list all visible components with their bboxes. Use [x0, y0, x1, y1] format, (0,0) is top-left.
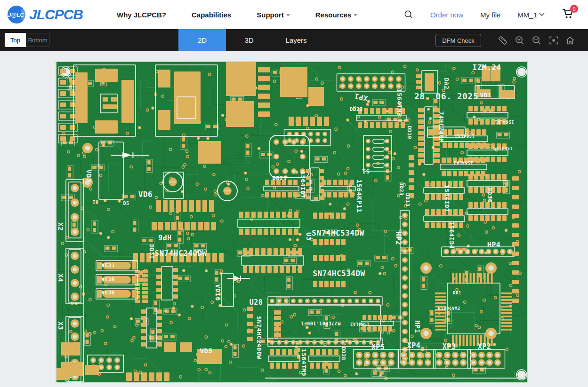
- svg-text:SN74HC240DW: SN74HC240DW: [256, 316, 263, 359]
- svg-text:XP5: XP5: [371, 343, 385, 351]
- svg-text:1564TM9: 1564TM9: [396, 89, 403, 116]
- viewer-toolbar: Top Bottom 2D 3D Layers DFM Check: [0, 29, 588, 51]
- svg-text:1564ID4: 1564ID4: [448, 221, 455, 249]
- svg-text:X4: X4: [57, 274, 64, 282]
- chevron-down-icon: [354, 14, 357, 16]
- svg-text:SN74HC240DW: SN74HC240DW: [154, 249, 207, 258]
- svg-text:1564TV9: 1564TV9: [493, 146, 512, 150]
- svg-text:1564KP11: 1564KP11: [355, 179, 363, 213]
- my-file-link[interactable]: My file: [480, 11, 500, 19]
- site-header: J@LC JLCPCB Why JLCPCB? Capabilities Sup…: [0, 0, 588, 29]
- svg-text:DD1: DD1: [453, 291, 461, 295]
- svg-text:XP3: XP3: [443, 342, 456, 351]
- svg-text:IH: IH: [92, 200, 98, 205]
- home-icon[interactable]: [565, 35, 575, 46]
- dfm-check-button[interactable]: DFM Check: [435, 34, 481, 47]
- tab-layers[interactable]: Layers: [272, 29, 320, 51]
- svg-text:DD29: DD29: [273, 175, 287, 182]
- svg-text:VD16: VD16: [214, 284, 222, 301]
- top-side-button[interactable]: Top: [5, 33, 26, 47]
- svg-text:VD5: VD5: [200, 347, 213, 355]
- pcb-canvas[interactable]: IZM.24DA228. 06. 2025VD1XP11564TM974HC24…: [56, 61, 528, 383]
- svg-text:1564ID7: 1564ID7: [443, 185, 451, 212]
- jlcpcb-logo-icon: J@LC: [7, 5, 27, 24]
- fit-screen-icon[interactable]: [548, 35, 559, 46]
- svg-text:HP1: HP1: [414, 321, 421, 333]
- svg-text:IZM.24: IZM.24: [473, 63, 501, 72]
- zoom-out-icon[interactable]: [532, 35, 542, 46]
- svg-text:DD19: DD19: [406, 126, 412, 140]
- svg-text:DD13: DD13: [404, 193, 411, 207]
- ruler-icon[interactable]: [498, 35, 508, 46]
- svg-text:X3: X3: [57, 322, 64, 330]
- svg-text:SN74HC534DW: SN74HC534DW: [313, 269, 365, 278]
- svg-text:28. 06. 2025: 28. 06. 2025: [414, 91, 478, 101]
- svg-text:ВСЗА: ВСЗА: [101, 276, 115, 282]
- svg-text:DD31: DD31: [148, 245, 155, 259]
- svg-text:DD23: DD23: [398, 182, 404, 196]
- svg-text:U3: U3: [305, 232, 313, 241]
- svg-text:1564LN1: 1564LN1: [494, 119, 514, 124]
- svg-text:J@LC: J@LC: [8, 12, 24, 18]
- svg-text:HP4: HP4: [487, 241, 501, 249]
- svg-text:S1: S1: [362, 168, 370, 175]
- svg-text:VD7: VD7: [85, 170, 93, 182]
- svg-text:M27C801-100F1: M27C801-100F1: [301, 321, 341, 326]
- bottom-side-button[interactable]: Bottom: [26, 33, 49, 47]
- tab-3d[interactable]: 3D: [226, 29, 272, 51]
- chevron-down-icon: [539, 13, 545, 16]
- svg-text:74HC240M: 74HC240M: [438, 111, 445, 143]
- account-menu[interactable]: MM_1: [517, 11, 545, 19]
- nav-resources[interactable]: Resources: [315, 11, 358, 19]
- cart-button[interactable]: 0: [562, 8, 574, 21]
- svg-text:X2: X2: [57, 222, 64, 231]
- svg-text:1564LA3: 1564LA3: [455, 134, 474, 138]
- tab-2d[interactable]: 2D: [178, 29, 226, 51]
- jlcpcb-logo-text: JLCPCB: [29, 7, 83, 23]
- cart-count-badge: 0: [570, 5, 578, 13]
- svg-text:XP2: XP2: [478, 342, 491, 351]
- svg-text:DD36: DD36: [486, 187, 493, 203]
- svg-text:HP6: HP6: [158, 233, 172, 241]
- svg-text:DD22: DD22: [350, 106, 363, 112]
- zoom-in-icon[interactable]: [515, 35, 525, 46]
- svg-text:VD1: VD1: [480, 92, 492, 99]
- svg-text:VD6: VD6: [138, 190, 153, 199]
- nav-why-jlcpcb[interactable]: Why JLCPCB?: [117, 11, 166, 19]
- nav-capabilities[interactable]: Capabilities: [192, 11, 231, 19]
- svg-text:1564LA2: 1564LA2: [350, 322, 369, 326]
- svg-text:HP2: HP2: [394, 232, 403, 245]
- jlcpcb-logo[interactable]: J@LC JLCPCB: [7, 5, 83, 24]
- svg-text:DD28: DD28: [340, 347, 346, 361]
- pcb-viewer: IZM.24DA228. 06. 2025VD1XP11564TM974HC24…: [0, 51, 588, 387]
- svg-text:ГСЗА: ГСЗА: [101, 262, 115, 268]
- svg-text:ВСЗА: ВСЗА: [101, 289, 115, 295]
- svg-text:H1806VM2: H1806VM2: [438, 306, 460, 311]
- order-now-link[interactable]: Order now: [430, 11, 463, 19]
- chevron-down-icon: [286, 14, 290, 16]
- svg-text:1564TM9: 1564TM9: [300, 349, 307, 376]
- svg-text:D5: D5: [123, 201, 129, 206]
- svg-text:1564ID7: 1564ID7: [299, 171, 306, 198]
- svg-text:XP4: XP4: [407, 341, 421, 350]
- main-nav: Why JLCPCB? Capabilities Support Resourc…: [117, 11, 357, 19]
- svg-text:1564LA2: 1564LA2: [453, 160, 473, 165]
- search-icon[interactable]: [404, 10, 413, 19]
- svg-text:U28: U28: [250, 298, 263, 307]
- svg-text:SN74HC534DW: SN74HC534DW: [312, 229, 364, 237]
- svg-text:DA2: DA2: [443, 78, 450, 90]
- side-toggle: Top Bottom: [5, 33, 49, 47]
- nav-support[interactable]: Support: [257, 11, 290, 19]
